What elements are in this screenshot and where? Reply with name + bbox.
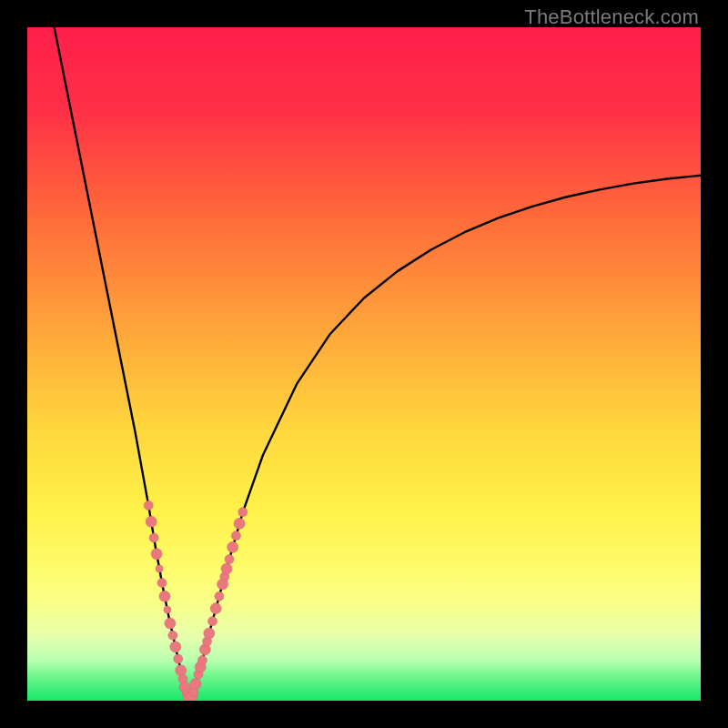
marker-point: [151, 549, 162, 560]
marker-point: [210, 603, 221, 614]
marker-point: [144, 500, 153, 510]
outer-frame: TheBottleneck.com: [0, 0, 728, 728]
chart-svg: [27, 27, 701, 701]
marker-point: [197, 656, 207, 665]
plot-area: [27, 27, 701, 701]
watermark-text: TheBottleneck.com: [524, 5, 699, 29]
marker-point: [234, 518, 245, 529]
marker-point: [238, 508, 248, 517]
marker-point: [176, 665, 187, 676]
marker-point: [164, 606, 171, 613]
curve-right-curve: [189, 176, 701, 699]
marker-point: [228, 541, 238, 552]
marker-point: [204, 628, 215, 639]
marker-point: [168, 631, 177, 640]
marker-point: [215, 592, 224, 601]
marker-point: [157, 579, 167, 588]
marker-point: [221, 563, 232, 574]
marker-point: [231, 531, 240, 541]
curve-layer: [55, 27, 701, 699]
marker-point: [174, 654, 183, 663]
marker-layer: [144, 500, 248, 701]
marker-point: [149, 533, 158, 542]
marker-point: [156, 565, 163, 572]
marker-point: [190, 679, 201, 690]
marker-point: [170, 642, 181, 652]
marker-point: [208, 617, 217, 626]
marker-point: [146, 516, 157, 527]
marker-point: [159, 591, 170, 602]
marker-point: [225, 555, 234, 564]
marker-point: [165, 618, 176, 629]
